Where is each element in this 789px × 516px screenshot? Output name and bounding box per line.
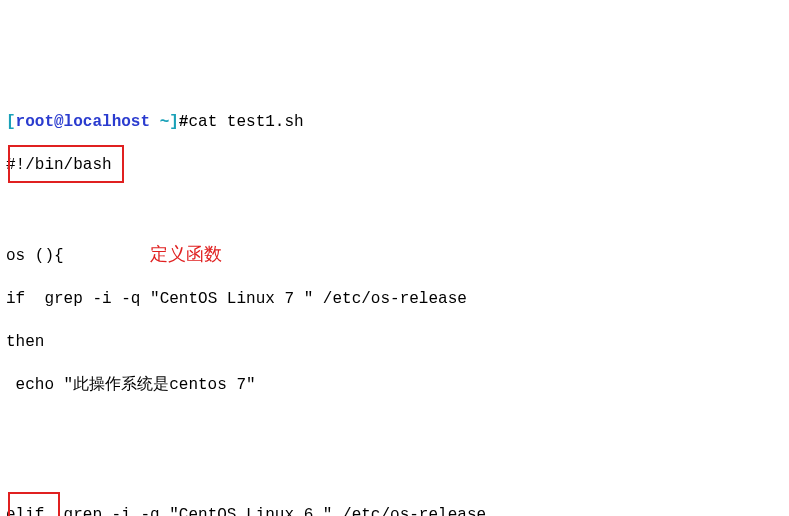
blank-line bbox=[6, 418, 783, 440]
blank-line bbox=[6, 198, 783, 220]
bracket-close: ] bbox=[169, 113, 179, 131]
annotation-define: 定义函数 bbox=[150, 244, 222, 264]
tilde: ~ bbox=[150, 113, 169, 131]
script-line-elif1: elif grep -i -q "CentOS Linux 6 " /etc/o… bbox=[6, 505, 783, 516]
bracket-open: [ bbox=[6, 113, 16, 131]
blank-line bbox=[6, 461, 783, 483]
script-line-then1: then bbox=[6, 332, 783, 354]
terminal-area: [root@localhost ~]#cat test1.sh #!/bin/b… bbox=[6, 90, 783, 516]
command-1: cat test1.sh bbox=[188, 113, 303, 131]
userhost: root@localhost bbox=[16, 113, 150, 131]
script-line-shebang: #!/bin/bash bbox=[6, 155, 783, 177]
script-line-osdef: os (){ 定义函数 bbox=[6, 242, 783, 268]
script-line-echo1: echo "此操作系统是centos 7" bbox=[6, 375, 783, 397]
hash: # bbox=[179, 113, 189, 131]
prompt-line-1[interactable]: [root@localhost ~]#cat test1.sh bbox=[6, 112, 783, 134]
script-line-if: if grep -i -q "CentOS Linux 7 " /etc/os-… bbox=[6, 289, 783, 311]
